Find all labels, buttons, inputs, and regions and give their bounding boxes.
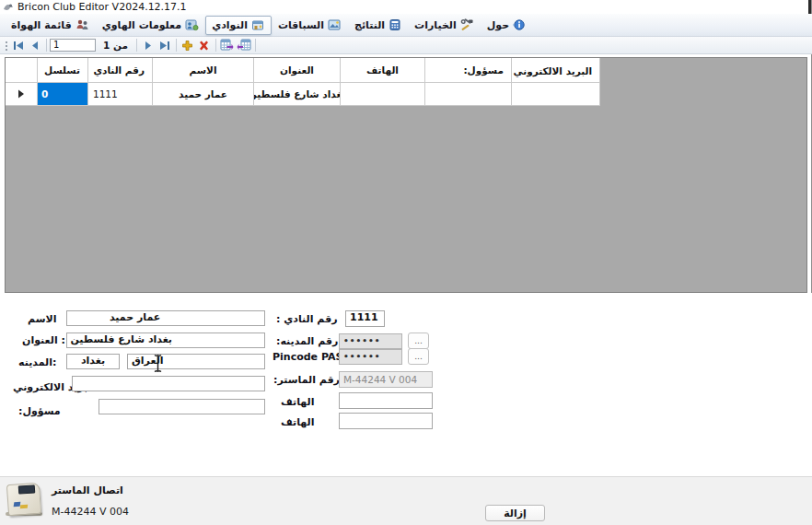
pincode-browse-button[interactable]: ...	[408, 348, 429, 365]
position-input[interactable]: 1	[50, 39, 96, 52]
move-first-button[interactable]	[10, 38, 27, 52]
email-field[interactable]	[72, 376, 265, 391]
city-label: المدينه:	[18, 356, 56, 368]
manager-field[interactable]	[99, 399, 265, 414]
add-record-button[interactable]	[180, 38, 196, 52]
move-next-button[interactable]	[140, 38, 157, 52]
clubs-icon	[251, 18, 265, 31]
pincode-password-field[interactable]: ••••••	[339, 349, 402, 365]
menu-label: النوادي	[212, 19, 248, 31]
move-last-button[interactable]	[157, 38, 173, 52]
menu-item-clubs[interactable]: النوادي	[205, 16, 272, 35]
move-previous-button[interactable]	[27, 38, 43, 52]
export-data-button[interactable]	[219, 38, 236, 52]
cell-serial[interactable]: 0	[38, 83, 88, 106]
name-label: الاسم	[28, 313, 56, 325]
col-header-address[interactable]: العنوان	[254, 58, 341, 83]
delete-icon	[198, 40, 210, 52]
master-serial-number: M-44244 V 004	[52, 506, 129, 518]
menu-label: معلومات الهاوي	[102, 19, 181, 31]
master-no-field: M-44244 V 004	[339, 371, 433, 388]
move-next-icon	[144, 41, 153, 51]
cell-club-no[interactable]: 1111	[88, 83, 153, 106]
col-header-email[interactable]: البريد الالكتروني	[512, 58, 600, 83]
races-icon	[328, 18, 342, 31]
menu-label: قائمة الهواة	[11, 19, 72, 31]
city-code-label: رقم المدينه:	[276, 335, 338, 347]
menu-label: حول	[487, 19, 509, 31]
move-previous-icon	[30, 41, 40, 51]
clubs-data-grid: تسلسل رقم النادي الاسم العنوان الهاتف مس…	[5, 57, 807, 293]
menu-item-races[interactable]: السباقات	[272, 16, 348, 35]
city-code-password-field[interactable]: ••••••	[339, 333, 402, 349]
master-connection-title: اتصال الماستر	[52, 484, 123, 496]
manager-label: مسؤول:	[18, 405, 61, 417]
window-title: Bricon Club Editor V2024.12.17.1	[17, 1, 187, 13]
master-connection-panel: اتصال الماستر M-44244 V 004 إزالة	[0, 476, 812, 525]
results-icon	[389, 18, 401, 31]
app-icon	[3, 2, 14, 12]
master-no-label: رقم الماستر:	[273, 374, 340, 386]
separator	[255, 39, 256, 52]
menu-item-fanciers-list[interactable]: قائمة الهواة	[5, 16, 96, 35]
club-detail-form: الاسم عمار حميد العنوان : بغداد شارع فلس…	[0, 293, 812, 476]
main-toolbar: قائمة الهواة معلومات الهاوي النوادي السب…	[0, 14, 812, 37]
club-no-field[interactable]: 1111	[345, 310, 385, 327]
col-header-club-no[interactable]: رقم النادي	[88, 58, 153, 83]
col-header-manager[interactable]: مسؤول:	[425, 58, 512, 83]
menu-item-options[interactable]: الخيارات	[408, 16, 481, 35]
address-label: العنوان :	[22, 334, 65, 346]
master-device-image	[6, 482, 44, 519]
country-field[interactable]: العراق	[127, 354, 265, 369]
fanciers-list-icon	[75, 18, 89, 31]
menu-label: النتائج	[354, 19, 385, 31]
remove-button[interactable]: إزالة	[485, 505, 545, 521]
col-header-phone[interactable]: الهاتف	[341, 58, 425, 83]
toolbar-grip[interactable]	[4, 40, 8, 52]
menu-item-about[interactable]: حول	[481, 16, 532, 35]
move-last-icon	[158, 41, 170, 51]
city-field[interactable]: بغداد	[66, 354, 120, 369]
menu-label: الخيارات	[414, 19, 457, 31]
record-count-label: من 1	[103, 40, 128, 51]
address-field[interactable]: بغداد شارع فلسطين	[66, 332, 265, 348]
phone2-label: الهاتف	[281, 416, 315, 428]
export-table-icon	[220, 39, 235, 52]
separator	[136, 39, 137, 52]
menu-item-fancier-info[interactable]: معلومات الهاوي	[96, 16, 205, 35]
phone2-field[interactable]	[339, 413, 433, 429]
import-data-button[interactable]	[236, 38, 252, 52]
menu-item-results[interactable]: النتائج	[348, 16, 408, 35]
cell-email[interactable]	[512, 83, 600, 106]
separator	[176, 39, 177, 52]
current-row-arrow-icon	[17, 89, 25, 99]
add-icon	[181, 40, 193, 52]
cell-name[interactable]: عمار حميد	[153, 83, 254, 106]
menu-label: السباقات	[278, 19, 324, 31]
grid-corner-header[interactable]	[6, 58, 38, 83]
options-icon	[460, 18, 474, 31]
col-header-name[interactable]: الاسم	[153, 58, 254, 83]
cell-phone[interactable]	[341, 83, 425, 106]
col-header-serial[interactable]: تسلسل	[38, 58, 88, 83]
club-no-label: رقم النادي :	[276, 313, 337, 325]
city-code-browse-button[interactable]: ...	[408, 332, 429, 349]
move-first-icon	[13, 41, 25, 51]
about-icon	[513, 18, 526, 31]
import-table-icon	[237, 39, 251, 52]
delete-record-button[interactable]	[196, 38, 213, 52]
separator	[46, 39, 47, 52]
fancier-info-icon	[185, 18, 199, 31]
record-navigator: 1 من 1	[0, 37, 812, 54]
cell-address[interactable]: بغداد شارع فلسطين	[254, 83, 341, 106]
phone1-field[interactable]	[339, 392, 433, 409]
separator	[215, 39, 216, 52]
phone1-label: الهاتف	[281, 396, 315, 408]
row-selector[interactable]	[6, 83, 38, 106]
ibeam-cursor	[153, 354, 163, 373]
name-field[interactable]: عمار حميد	[66, 310, 265, 326]
pincode-label: Pincode PAS:	[273, 351, 347, 363]
title-bar: Bricon Club Editor V2024.12.17.1	[0, 0, 812, 14]
cell-manager[interactable]	[425, 83, 512, 106]
